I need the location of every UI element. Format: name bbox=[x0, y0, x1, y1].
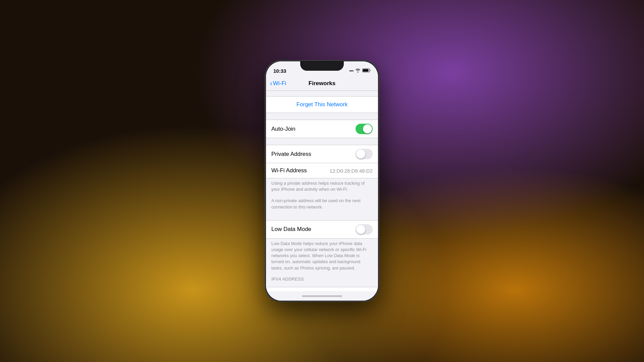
ipv4-group: Configure IP Automatic › IP Address 10.0… bbox=[266, 287, 378, 291]
private-address-toggle[interactable] bbox=[356, 149, 373, 159]
svg-rect-1 bbox=[370, 70, 371, 71]
wifi-address-value: 12:D0:28:D8:48:D2 bbox=[330, 168, 373, 174]
home-bar bbox=[302, 295, 342, 297]
ipv4-header: IPV4 ADDRESS bbox=[266, 275, 378, 283]
low-data-mode-thumb bbox=[356, 225, 365, 234]
phone-wrapper: 10:33 ▪▪▪ bbox=[265, 60, 379, 302]
signal-icon: ▪▪▪ bbox=[349, 68, 354, 73]
private-address-thumb bbox=[356, 149, 365, 159]
private-address-row: Private Address bbox=[266, 145, 378, 163]
status-time: 10:33 bbox=[273, 68, 286, 74]
private-address-group: Private Address Wi-Fi Address 12:D0:28:D… bbox=[266, 145, 378, 178]
wifi-icon bbox=[355, 68, 361, 73]
auto-join-thumb bbox=[363, 124, 372, 133]
spacer-4 bbox=[266, 214, 378, 216]
back-button[interactable]: ‹ Wi-Fi bbox=[270, 80, 286, 87]
configure-ip-row[interactable]: Configure IP Automatic › bbox=[266, 287, 378, 291]
nav-bar: ‹ Wi-Fi Fireworks bbox=[266, 76, 378, 91]
private-address-label: Private Address bbox=[271, 151, 311, 158]
auto-join-row: Auto-Join bbox=[266, 120, 378, 138]
notch bbox=[300, 61, 344, 71]
auto-join-group: Auto-Join bbox=[266, 120, 378, 138]
low-data-mode-label: Low Data Mode bbox=[271, 226, 311, 233]
status-icons: ▪▪▪ bbox=[349, 68, 371, 73]
phone-device: 10:33 ▪▪▪ bbox=[265, 60, 379, 302]
scroll-content[interactable]: Forget This Network Auto-Join bbox=[266, 91, 378, 291]
low-data-mode-desc: Low Data Mode helps reduce your iPhone d… bbox=[266, 239, 378, 275]
auto-join-label: Auto-Join bbox=[271, 126, 296, 132]
back-label: Wi-Fi bbox=[273, 80, 286, 87]
wifi-address-row: Wi-Fi Address 12:D0:28:D8:48:D2 bbox=[266, 163, 378, 178]
private-address-desc2: A non-private address will be used on th… bbox=[266, 196, 378, 213]
back-chevron-icon: ‹ bbox=[270, 79, 272, 87]
spacer-2 bbox=[266, 113, 378, 116]
wifi-address-label: Wi-Fi Address bbox=[271, 167, 307, 174]
spacer-top bbox=[266, 91, 378, 94]
low-data-mode-group: Low Data Mode bbox=[266, 220, 378, 239]
home-indicator bbox=[266, 291, 378, 301]
low-data-mode-toggle[interactable] bbox=[356, 224, 373, 235]
private-address-desc1: Using a private address helps reduce tra… bbox=[266, 178, 378, 196]
svg-rect-2 bbox=[363, 69, 369, 71]
forget-network-row[interactable]: Forget This Network bbox=[266, 96, 378, 113]
battery-icon bbox=[362, 68, 371, 73]
spacer-3 bbox=[266, 138, 378, 141]
phone-screen: 10:33 ▪▪▪ bbox=[266, 61, 378, 301]
nav-title: Fireworks bbox=[309, 80, 335, 87]
low-data-mode-row: Low Data Mode bbox=[266, 221, 378, 238]
forget-network-label[interactable]: Forget This Network bbox=[271, 101, 373, 108]
auto-join-toggle[interactable] bbox=[356, 124, 373, 134]
